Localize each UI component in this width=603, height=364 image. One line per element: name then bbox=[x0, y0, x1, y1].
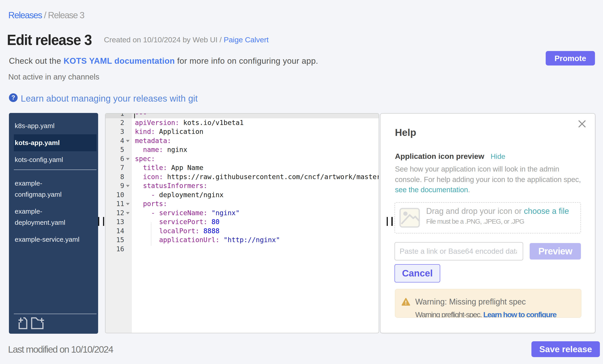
code-line-14: 14 localPort: 8888 bbox=[105, 227, 379, 236]
code-text-3: kind: Application bbox=[132, 127, 379, 136]
fold-arrow-icon[interactable] bbox=[126, 140, 129, 142]
breadcrumb: Releases / Release 3 bbox=[8, 10, 84, 20]
icon-path bbox=[406, 303, 406, 305]
file-item-kots-app.yaml[interactable]: kots-app.yaml bbox=[14, 134, 97, 151]
intro-line: Check out the KOTS YAML documentation fo… bbox=[9, 56, 318, 66]
left-resize-handle-bar1[interactable] bbox=[98, 217, 99, 226]
code-text-8: icon: https://raw.githubusercontent.com/… bbox=[132, 172, 379, 182]
code-token-plain bbox=[135, 146, 143, 154]
right-resize-handle-bar1[interactable] bbox=[387, 217, 388, 226]
dropzone-line2: File must be a .PNG, .JPEG, or .JPG bbox=[426, 217, 569, 226]
code-token-key: kind: bbox=[135, 128, 155, 135]
code-token-key: ports: bbox=[143, 200, 167, 208]
add-folder-icon[interactable] bbox=[31, 317, 44, 329]
fold-arrow-icon[interactable] bbox=[126, 158, 129, 160]
sidebar-actions bbox=[19, 317, 44, 329]
add-file-icon[interactable] bbox=[19, 317, 27, 329]
git-help-row[interactable]: ? Learn about managing your releases wit… bbox=[9, 94, 198, 104]
cancel-button[interactable]: Cancel bbox=[394, 264, 440, 282]
file-item-k8s-app.yaml[interactable]: k8s-app.yaml bbox=[14, 117, 97, 134]
created-by-link[interactable]: Paige Calvert bbox=[224, 35, 269, 44]
fold-arrow-icon[interactable] bbox=[126, 203, 129, 205]
learn-configure-link[interactable]: Learn how to configure bbox=[483, 310, 557, 318]
see-documentation-link[interactable]: see the documentation bbox=[395, 186, 468, 194]
code-token-plain: nginx bbox=[163, 146, 187, 154]
sidebar-bottom-divider bbox=[14, 314, 97, 314]
dropzone-text: Drag and drop your icon or choose a file… bbox=[426, 206, 569, 226]
code-text-9: statusInformers: bbox=[132, 181, 379, 190]
line-number-3: 3 bbox=[105, 127, 132, 136]
line-number-15: 15 bbox=[105, 235, 132, 245]
code-token-key: - bbox=[151, 191, 155, 199]
line-number-8: 8 bbox=[105, 172, 132, 182]
question-mark-icon: ? bbox=[9, 93, 18, 102]
file-list: k8s-app.yamlkots-app.yamlkots-config.yam… bbox=[14, 117, 97, 248]
file-item-example-deployment.yaml[interactable]: example-deployment.yaml bbox=[14, 203, 97, 231]
file-item-example-configmap.yaml[interactable]: example-configmap.yaml bbox=[14, 175, 97, 203]
code-text-2: apiVersion: kots.io/v1beta1 bbox=[132, 118, 379, 127]
code-token-plain bbox=[135, 200, 143, 208]
code-line-3: 3kind: Application bbox=[105, 127, 379, 136]
icon-path bbox=[39, 318, 44, 323]
code-token-key: localPort: bbox=[159, 227, 199, 235]
code-token-plain: App Name bbox=[167, 164, 204, 172]
choose-file-link[interactable]: choose a file bbox=[524, 207, 569, 216]
code-token-key: name: bbox=[143, 146, 163, 154]
file-item-kots-config.yaml[interactable]: kots-config.yaml bbox=[14, 151, 97, 168]
fold-arrow-icon[interactable] bbox=[126, 185, 129, 187]
icon-url-input[interactable] bbox=[394, 242, 523, 260]
code-token-key: applicationUrl: bbox=[159, 236, 220, 244]
image-placeholder-icon bbox=[399, 208, 420, 228]
dropzone-line1: Drag and drop your icon or bbox=[426, 207, 522, 216]
code-line-9: 9 statusInformers: bbox=[105, 181, 379, 190]
edit-release-page: Releases / Release 3 Edit release 3 Crea… bbox=[0, 0, 603, 364]
warning-triangle-icon bbox=[402, 298, 410, 306]
code-line-2: 2apiVersion: kots.io/v1beta1 bbox=[105, 118, 379, 127]
right-resize-handle-bar2[interactable] bbox=[391, 217, 393, 226]
code-line-6: 6spec: bbox=[105, 154, 379, 164]
kots-yaml-doc-link[interactable]: KOTS YAML documentation bbox=[64, 56, 175, 66]
code-text-7: title: App Name bbox=[132, 163, 379, 172]
last-modified-text: Last modified on 10/10/2024 bbox=[8, 344, 113, 355]
text-cursor bbox=[134, 114, 135, 118]
channel-status-text: Not active in any channels bbox=[8, 72, 99, 81]
application-icon-preview-title: Application icon preview bbox=[395, 152, 484, 160]
yaml-code-editor[interactable]: 1---2apiVersion: kots.io/v1beta13kind: A… bbox=[105, 113, 379, 333]
breadcrumb-releases-link[interactable]: Releases bbox=[8, 10, 42, 20]
fold-arrow-icon[interactable] bbox=[126, 212, 129, 214]
file-item-example-service.yaml[interactable]: example-service.yaml bbox=[14, 231, 97, 248]
code-line-15: 15 applicationUrl: "http://nginx" bbox=[105, 235, 379, 245]
code-token-plain bbox=[155, 209, 159, 217]
line-number-16: 16 bbox=[105, 245, 132, 254]
preflight-warning-box: Warning: Missing preflight spec Warning … bbox=[395, 289, 581, 318]
code-token-plain bbox=[135, 164, 143, 172]
hide-link[interactable]: Hide bbox=[491, 152, 505, 160]
code-line-13: 13 servicePort: 80 bbox=[105, 217, 379, 227]
code-token-key: spec: bbox=[135, 155, 155, 163]
promote-button[interactable]: Promote bbox=[546, 51, 595, 66]
line-number-9: 9 bbox=[105, 181, 132, 190]
code-token-plain bbox=[207, 218, 211, 226]
line-number-2: 2 bbox=[105, 118, 132, 127]
code-line-8: 8 icon: https://raw.githubusercontent.co… bbox=[105, 172, 379, 182]
code-text-6: spec: bbox=[132, 154, 379, 164]
code-token-plain: deployment/nginx bbox=[155, 191, 223, 199]
git-help-link[interactable]: Learn about managing your releases with … bbox=[21, 94, 198, 104]
code-text-14: localPort: 8888 bbox=[132, 227, 379, 236]
code-token-plain bbox=[220, 236, 223, 244]
save-release-button[interactable]: Save release bbox=[531, 341, 600, 357]
help-description-line3: see the documentation. bbox=[395, 185, 581, 195]
line-number-12: 12 bbox=[105, 209, 132, 218]
code-token-plain bbox=[207, 209, 211, 217]
close-icon[interactable] bbox=[577, 119, 587, 129]
code-token-number: 80 bbox=[211, 218, 220, 226]
breadcrumb-current: Release 3 bbox=[48, 10, 84, 20]
line-number-14: 14 bbox=[105, 227, 132, 236]
code-line-1: 1--- bbox=[105, 113, 379, 118]
page-title: Edit release 3 bbox=[7, 31, 92, 48]
code-token-key: metadata: bbox=[135, 137, 171, 144]
code-token-key: servicePort: bbox=[159, 218, 207, 226]
icon-dropzone[interactable]: Drag and drop your icon or choose a file… bbox=[394, 202, 581, 233]
left-resize-handle-bar2[interactable] bbox=[103, 217, 104, 226]
preview-button[interactable]: Preview bbox=[530, 243, 581, 260]
